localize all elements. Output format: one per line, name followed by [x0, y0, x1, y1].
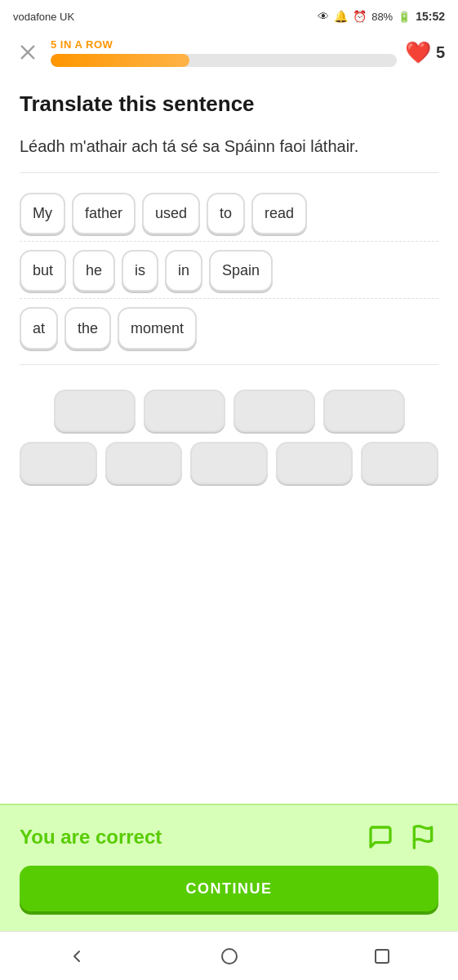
battery-text: 88%: [371, 11, 393, 23]
nav-back-button[interactable]: [59, 938, 95, 974]
nav-square-button[interactable]: [364, 938, 400, 974]
bank-chip-7[interactable]: [190, 442, 268, 484]
word-chip-in[interactable]: in: [165, 250, 202, 292]
nav-bar: [0, 931, 458, 980]
eye-icon: 👁: [318, 10, 329, 23]
word-chip-moment[interactable]: moment: [118, 307, 197, 350]
word-chip-but[interactable]: but: [20, 250, 66, 292]
flag-button[interactable]: [407, 822, 438, 853]
word-chip-read[interactable]: read: [251, 193, 307, 234]
word-chip-the[interactable]: the: [64, 307, 111, 350]
continue-button[interactable]: CONTINUE: [20, 866, 438, 911]
answer-row-2: but he is in Spain: [20, 250, 438, 299]
answer-area: My father used to read but he is in Spai…: [20, 193, 438, 365]
svg-point-3: [222, 949, 237, 964]
word-chip-my[interactable]: My: [20, 193, 65, 234]
word-chip-to[interactable]: to: [207, 193, 245, 234]
streak-label: 5 IN A ROW: [51, 38, 397, 51]
header: 5 IN A ROW ❤️ 5: [0, 33, 458, 75]
time-text: 15:52: [416, 10, 445, 23]
correct-header: You are correct: [20, 822, 438, 853]
word-bank-row-1: [20, 390, 438, 432]
bank-chip-2[interactable]: [144, 390, 225, 432]
notification-icon: 🔔: [334, 10, 348, 23]
hearts-section: ❤️ 5: [405, 42, 445, 63]
progress-bar-bg: [51, 54, 397, 67]
battery-icon: 🔋: [398, 11, 411, 23]
word-chip-at[interactable]: at: [20, 307, 58, 350]
answer-row-1: My father used to read: [20, 193, 438, 242]
bank-chip-1[interactable]: [54, 390, 136, 432]
bank-chip-5[interactable]: [20, 442, 97, 484]
correct-panel: You are correct CONTINUE: [0, 804, 458, 931]
bank-chip-4[interactable]: [323, 390, 405, 432]
word-chip-father[interactable]: father: [72, 193, 136, 234]
correct-text: You are correct: [20, 826, 162, 849]
irish-sentence: Léadh m'athair ach tá sé sa Spáinn faoi …: [20, 133, 438, 173]
progress-section: 5 IN A ROW: [51, 38, 397, 67]
word-chip-spain[interactable]: Spain: [209, 250, 273, 292]
clock-icon: ⏰: [353, 10, 367, 23]
svg-rect-4: [376, 950, 389, 963]
word-chip-used[interactable]: used: [142, 193, 200, 234]
bank-chip-6[interactable]: [105, 442, 183, 484]
word-bank-row-2: [20, 442, 438, 484]
progress-bar-fill: [51, 54, 189, 67]
word-bank: [20, 381, 438, 510]
answer-row-3: at the moment: [20, 307, 438, 356]
bank-chip-9[interactable]: [361, 442, 438, 484]
bank-chip-3[interactable]: [233, 390, 315, 432]
irish-text: Léadh m'athair ach tá sé sa Spáinn faoi …: [20, 137, 358, 155]
correct-icons: [365, 822, 438, 853]
exercise-title: Translate this sentence: [20, 91, 438, 117]
word-chip-he[interactable]: he: [73, 250, 115, 292]
main-content: Translate this sentence Léadh m'athair a…: [0, 75, 458, 523]
nav-home-button[interactable]: [211, 938, 247, 974]
close-button[interactable]: [13, 38, 42, 67]
word-chip-is[interactable]: is: [122, 250, 158, 292]
heart-icon: ❤️: [405, 42, 431, 63]
status-right: 👁 🔔 ⏰ 88% 🔋 15:52: [318, 10, 445, 23]
carrier-text: vodafone UK: [13, 11, 74, 23]
bank-chip-8[interactable]: [276, 442, 354, 484]
status-bar: vodafone UK 👁 🔔 ⏰ 88% 🔋 15:52: [0, 0, 458, 33]
heart-count: 5: [436, 43, 445, 62]
comment-button[interactable]: [365, 822, 396, 853]
